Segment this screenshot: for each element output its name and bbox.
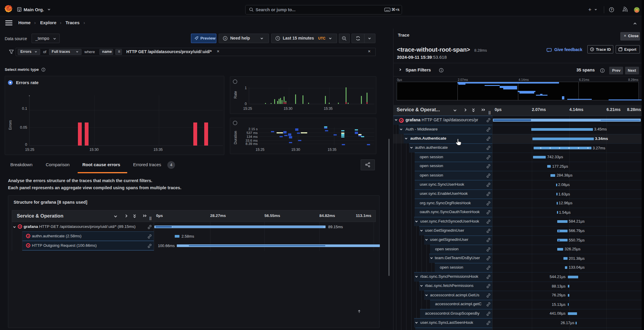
svg-text:?: ? (224, 37, 226, 40)
svg-text:?: ? (611, 8, 612, 12)
